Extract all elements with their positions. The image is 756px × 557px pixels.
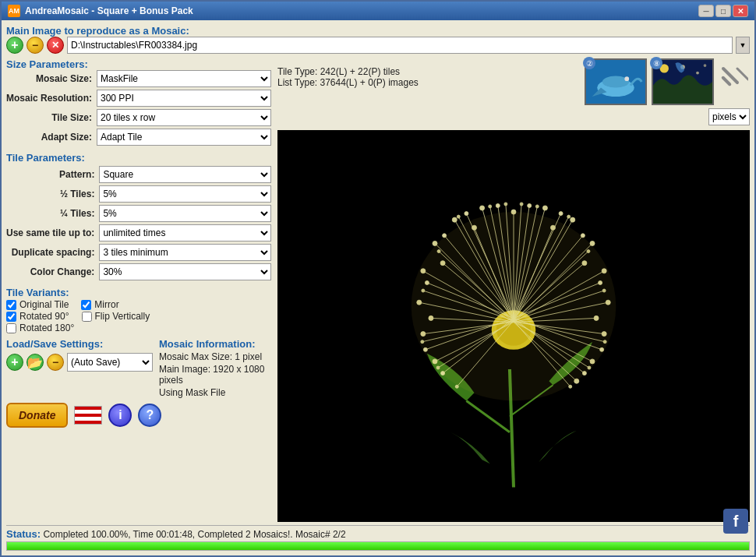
close-button[interactable]: ✕ bbox=[733, 5, 748, 17]
help-button[interactable]: ? bbox=[138, 404, 161, 427]
status-title: Status: bbox=[6, 528, 41, 540]
original-tile-label: Original Tile bbox=[19, 299, 69, 310]
mosaic-using-mask: Using Mask File bbox=[159, 387, 271, 398]
svg-point-94 bbox=[567, 215, 571, 218]
load-save-remove-button[interactable]: − bbox=[47, 354, 64, 371]
donate-row: Donate i ? bbox=[6, 403, 271, 428]
color-change-label: Color Change: bbox=[6, 266, 94, 277]
svg-point-92 bbox=[535, 205, 539, 208]
top-right-row: Tile Type: 242(L) + 22(P) tiles List Typ… bbox=[277, 58, 750, 105]
status-row: Status: Completed 100.00%, Time 00:01:48… bbox=[6, 528, 750, 540]
status-section: Status: Completed 100.00%, Time 00:01:48… bbox=[6, 525, 750, 551]
load-save-title: Load/Save Settings: bbox=[6, 338, 153, 350]
load-save-buttons: + 📂 − (Auto Save) bbox=[6, 353, 153, 372]
half-tiles-label: ½ Tiles: bbox=[6, 189, 94, 199]
thumb-container-1: ② bbox=[585, 58, 647, 105]
pattern-select[interactable]: Square bbox=[99, 166, 271, 183]
add-image-button[interactable]: + bbox=[6, 37, 23, 54]
rotated180-checkbox[interactable] bbox=[6, 323, 16, 333]
mosaic-size-label: Mosaic Size: bbox=[6, 73, 92, 84]
title-bar: AM AndreaMosaic - Square + Bonus Pack ─ … bbox=[2, 2, 754, 20]
svg-point-119 bbox=[412, 212, 616, 400]
maximize-button[interactable]: □ bbox=[715, 5, 731, 17]
color-change-select[interactable]: 30% bbox=[99, 263, 271, 280]
rotated90-item: Rotated 90° bbox=[6, 311, 69, 322]
use-same-tile-select[interactable]: unlimited times bbox=[99, 224, 271, 241]
half-tiles-select[interactable]: 5% bbox=[99, 185, 271, 203]
flag-red3 bbox=[75, 421, 101, 424]
svg-line-11 bbox=[737, 69, 748, 79]
tools-icon[interactable] bbox=[720, 65, 748, 99]
size-params-grid: Mosaic Size: MaskFile Mosaic Resolution:… bbox=[6, 70, 271, 146]
info-button[interactable]: i bbox=[108, 404, 132, 427]
title-bar-left: AM AndreaMosaic - Square + Bonus Pack bbox=[8, 5, 193, 17]
mirror-checkbox[interactable] bbox=[81, 300, 91, 310]
path-dropdown-button[interactable]: ▼ bbox=[736, 37, 750, 54]
minimize-button[interactable]: ─ bbox=[698, 5, 714, 17]
thumbnails-row: ② bbox=[585, 58, 750, 105]
quarter-tiles-select[interactable]: 5% bbox=[99, 205, 271, 222]
mosaic-max-size: Mosaic Max Size: 1 pixel bbox=[159, 351, 271, 362]
window-title: AndreaMosaic - Square + Bonus Pack bbox=[25, 5, 193, 16]
tile-params-grid: Pattern: Square ½ Tiles: 5% ¼ Tiles: 5% … bbox=[6, 166, 271, 280]
original-tile-item: Original Tile bbox=[6, 299, 69, 310]
remove-image-button[interactable]: − bbox=[26, 37, 44, 54]
adapt-size-select[interactable]: Adapt Tile bbox=[97, 129, 271, 146]
middle-section: Size Parameters: Mosaic Size: MaskFile M… bbox=[6, 58, 750, 522]
status-text: Completed 100.00%, Time 00:01:48, Comple… bbox=[43, 529, 345, 540]
svg-point-96 bbox=[489, 205, 492, 208]
pattern-label: Pattern: bbox=[6, 169, 94, 180]
tile-variants-row2: Rotated 90° Flip Vertically bbox=[6, 311, 271, 322]
tile-type-section: Tile Type: 242(L) + 22(P) tiles List Typ… bbox=[277, 58, 419, 88]
load-save-select[interactable]: (Auto Save) bbox=[67, 353, 153, 372]
main-content: Main Image to reproduce as a Mosaic: + −… bbox=[2, 20, 754, 555]
load-save-add-button[interactable]: + bbox=[6, 354, 23, 371]
flip-vertically-item: Flip Vertically bbox=[82, 311, 150, 322]
load-save-section: Load/Save Settings: + 📂 − (Auto Save) bbox=[6, 338, 153, 372]
main-image-title: Main Image to reproduce as a Mosaic: bbox=[6, 25, 750, 37]
svg-point-90 bbox=[504, 203, 507, 206]
left-panel: Size Parameters: Mosaic Size: MaskFile M… bbox=[6, 58, 271, 522]
duplicate-spacing-select[interactable]: 3 tiles minimum bbox=[99, 244, 271, 261]
rotated180-label: Rotated 180° bbox=[19, 323, 74, 333]
flip-vertically-label: Flip Vertically bbox=[95, 311, 150, 322]
svg-point-9 bbox=[704, 64, 707, 67]
tile-variants-row3: Rotated 180° bbox=[6, 323, 271, 333]
mirror-label: Mirror bbox=[94, 299, 118, 310]
right-panel: Tile Type: 242(L) + 22(P) tiles List Typ… bbox=[277, 58, 750, 522]
app-icon: AM bbox=[8, 5, 20, 17]
mirror-item: Mirror bbox=[81, 299, 118, 310]
tile-variants-row1: Original Tile Mirror bbox=[6, 299, 271, 310]
list-type-info: List Type: 37644(L) + 0(P) images bbox=[277, 77, 419, 88]
pixels-select[interactable]: pixels bbox=[708, 108, 750, 125]
svg-point-64 bbox=[528, 203, 532, 207]
facebook-button[interactable]: f bbox=[723, 509, 748, 534]
mosaic-info-title: Mosaic Information: bbox=[159, 338, 271, 350]
mosaic-resolution-label: Mosaic Resolution: bbox=[6, 93, 92, 104]
rotated90-checkbox[interactable] bbox=[6, 312, 16, 322]
tile-variants-section: Tile Variants: Original Tile Mirror bbox=[6, 287, 271, 333]
svg-point-22 bbox=[542, 206, 547, 210]
status-content: Status: Completed 100.00%, Time 00:01:48… bbox=[6, 528, 346, 540]
mosaic-image-display[interactable] bbox=[277, 130, 750, 522]
original-tile-checkbox[interactable] bbox=[6, 300, 16, 310]
tools-container bbox=[719, 58, 750, 105]
flip-vertically-checkbox[interactable] bbox=[82, 312, 92, 322]
donate-button[interactable]: Donate bbox=[6, 403, 68, 428]
tile-size-select[interactable]: 20 tiles x row bbox=[97, 109, 271, 126]
us-flag-icon bbox=[74, 406, 102, 425]
tile-type-info: Tile Type: 242(L) + 22(P) tiles bbox=[277, 66, 419, 77]
quarter-tiles-label: ¼ Tiles: bbox=[6, 208, 94, 219]
use-same-tile-label: Use same tile up to: bbox=[6, 227, 94, 238]
load-save-open-button[interactable]: 📂 bbox=[26, 354, 44, 371]
svg-point-40 bbox=[452, 217, 457, 222]
tile-size-label: Tile Size: bbox=[6, 112, 92, 123]
mosaic-resolution-select[interactable]: 300 PPI bbox=[97, 90, 271, 107]
size-params-title: Size Parameters: bbox=[6, 58, 271, 70]
svg-point-38 bbox=[480, 206, 485, 210]
svg-point-66 bbox=[496, 203, 500, 207]
adapt-size-label: Adapt Size: bbox=[6, 132, 92, 143]
close-image-button[interactable]: ✕ bbox=[47, 37, 64, 54]
mosaic-size-select[interactable]: MaskFile bbox=[97, 70, 271, 87]
file-path-input[interactable] bbox=[67, 37, 733, 54]
